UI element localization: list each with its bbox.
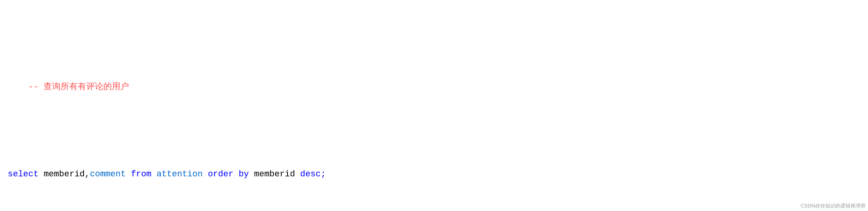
kw-by-1: by [239,169,254,179]
col-memberid-orderby-1: memberid [254,169,300,179]
comment-text-1: -- 查询所有有评论的用户 [28,82,129,92]
kw-order-1: order [208,169,239,179]
col-memberid-1: memberid, [44,169,90,179]
kw-from-1: from [131,169,157,179]
kw-select-1: select [8,169,44,179]
comment-line-1: -- 查询所有有评论的用户 [8,65,860,109]
code-container: -- 查询所有有评论的用户 select memberid,comment fr… [8,7,860,211]
code-line-2: select memberid,comment from attention o… [8,167,860,181]
watermark: CSDN@你知识的逻辑推理师 [801,202,866,209]
tbl-attention-1: attention [157,169,208,179]
kw-desc-1: desc; [300,169,326,179]
col-comment: comment [90,169,131,179]
